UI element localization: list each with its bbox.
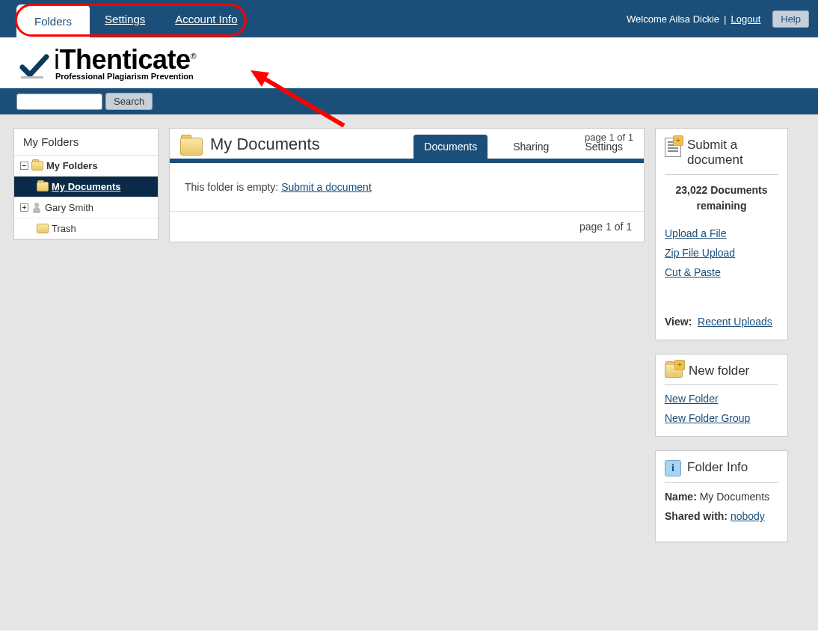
welcome-text: Welcome Ailsa Dickie <box>627 13 719 25</box>
top-nav-bar: Folders Settings Account Info Welcome Ai… <box>0 0 818 37</box>
content-area: My Folders − My Folders My Documents + G… <box>0 114 818 631</box>
document-add-icon <box>665 138 681 157</box>
nav-tabs: Folders Settings Account Info <box>16 0 253 38</box>
upload-file-link[interactable]: Upload a File <box>665 227 778 239</box>
page-title: My Documents <box>210 135 413 159</box>
recent-uploads-link[interactable]: Recent Uploads <box>698 316 772 328</box>
folder-shared-row: Shared with: nobody <box>665 510 778 522</box>
folder-info-card: i Folder Info Name: My Documents Shared … <box>655 450 788 542</box>
logo-bar: iThenticate® Professional Plagiarism Pre… <box>0 37 818 88</box>
logout-link[interactable]: Logout <box>731 13 760 25</box>
card-title: Folder Info <box>687 460 748 475</box>
zip-upload-link[interactable]: Zip File Upload <box>665 247 778 259</box>
documents-remaining: 23,022 Documents remaining <box>665 183 778 214</box>
logo: iThenticate® Professional Plagiarism Pre… <box>19 46 196 81</box>
help-button[interactable]: Help <box>772 10 809 28</box>
empty-folder-message: This folder is empty: Submit a document <box>170 163 644 212</box>
sidebar-header: My Folders <box>14 129 158 156</box>
folder-open-icon <box>37 182 49 191</box>
search-bar: Search <box>0 88 818 114</box>
folder-name-row: Name: My Documents <box>665 491 778 503</box>
folder-icon <box>37 224 49 233</box>
cut-paste-link[interactable]: Cut & Paste <box>665 266 778 278</box>
info-icon: i <box>665 460 681 476</box>
tree-root-my-folders[interactable]: − My Folders <box>14 156 158 177</box>
folder-icon <box>31 161 43 171</box>
person-icon <box>31 203 42 213</box>
tree-label: My Documents <box>52 181 120 192</box>
new-folder-group-link[interactable]: New Folder Group <box>665 412 778 424</box>
view-row: View: Recent Uploads <box>665 316 778 328</box>
logo-tagline: Professional Plagiarism Prevention <box>55 72 196 81</box>
submit-document-link[interactable]: Submit a document <box>281 181 372 193</box>
page-info-bottom: page 1 of 1 <box>170 212 644 242</box>
tree-item-my-documents[interactable]: My Documents <box>14 177 158 197</box>
svg-marker-2 <box>250 70 269 87</box>
tree-item-gary-smith[interactable]: + Gary Smith <box>14 197 158 218</box>
separator: | <box>724 13 726 25</box>
folder-large-icon <box>180 138 203 156</box>
folder-add-icon <box>665 364 683 378</box>
shared-with-link[interactable]: nobody <box>731 510 765 522</box>
new-folder-card: New folder New Folder New Folder Group <box>655 354 788 437</box>
main-header: My Documents page 1 of 1 Documents Shari… <box>170 129 644 163</box>
logo-text: iThenticate® <box>54 46 196 73</box>
tab-documents[interactable]: Documents <box>413 135 488 159</box>
main-panel: My Documents page 1 of 1 Documents Shari… <box>169 128 645 242</box>
collapse-icon[interactable]: − <box>20 162 28 170</box>
svg-rect-0 <box>21 76 43 79</box>
nav-tab-account-info[interactable]: Account Info <box>160 7 252 31</box>
checkmark-icon <box>19 52 49 81</box>
expand-icon[interactable]: + <box>20 203 28 212</box>
right-column: Submit a document 23,022 Documents remai… <box>655 128 788 542</box>
tree-label: My Folders <box>46 160 98 171</box>
tab-sharing[interactable]: Sharing <box>502 135 559 159</box>
search-button[interactable]: Search <box>105 93 153 110</box>
tree-label: Gary Smith <box>45 202 93 213</box>
nav-tab-folders[interactable]: Folders <box>16 4 90 38</box>
card-title: New folder <box>689 364 749 378</box>
tree-label: Trash <box>52 223 76 234</box>
new-folder-link[interactable]: New Folder <box>665 393 778 405</box>
nav-tab-settings[interactable]: Settings <box>90 7 160 31</box>
folder-sidebar: My Folders − My Folders My Documents + G… <box>13 128 159 240</box>
search-input[interactable] <box>16 93 102 110</box>
page-info-top: page 1 of 1 <box>585 132 633 143</box>
tree-item-trash[interactable]: Trash <box>14 218 158 239</box>
top-right-user: Welcome Ailsa Dickie | Logout Help <box>627 10 809 28</box>
card-title: Submit a document <box>687 138 778 168</box>
submit-document-card: Submit a document 23,022 Documents remai… <box>655 128 788 340</box>
